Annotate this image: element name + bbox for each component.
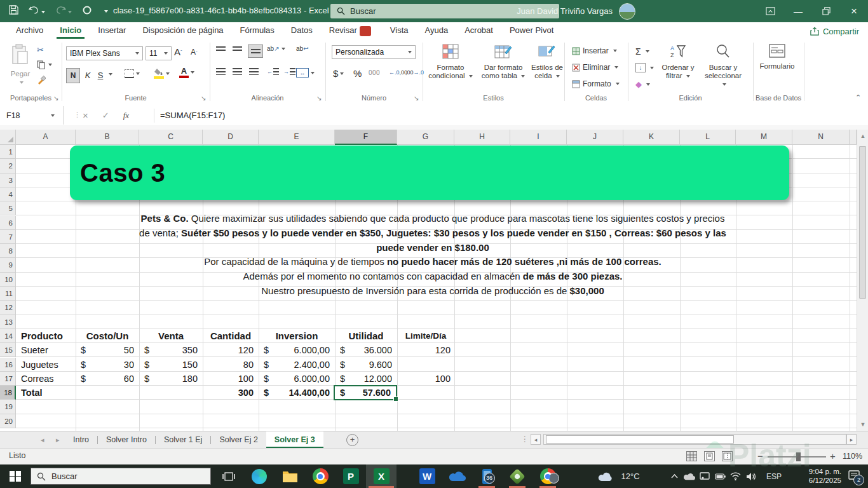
vertical-scrollbar-thumb[interactable] bbox=[859, 146, 866, 299]
cell-c16[interactable]: $150 bbox=[139, 358, 203, 372]
qat-customize-icon[interactable] bbox=[104, 10, 108, 13]
decrease-indent-button[interactable]: ← bbox=[267, 68, 279, 75]
column-header-g[interactable]: G bbox=[397, 130, 454, 145]
share-button[interactable]: Compartir bbox=[810, 24, 859, 38]
column-header-c[interactable]: C bbox=[139, 130, 203, 145]
orientation-button[interactable]: ab↗ bbox=[267, 45, 285, 52]
number-dialog-launcher[interactable]: ↘ bbox=[414, 95, 419, 102]
font-size-select[interactable]: 11 bbox=[146, 46, 172, 60]
copy-button[interactable] bbox=[37, 60, 52, 69]
cell-c15[interactable]: $350 bbox=[139, 343, 203, 357]
column-header-f[interactable]: F bbox=[335, 130, 397, 145]
sheet-tab-solver-intro[interactable]: Solver Intro bbox=[98, 431, 155, 448]
cell-e15[interactable]: $6.000,00 bbox=[259, 343, 335, 357]
wifi-icon[interactable] bbox=[728, 464, 742, 488]
borders-button[interactable] bbox=[125, 69, 140, 78]
underline-dropdown[interactable] bbox=[107, 73, 112, 76]
tab-vista[interactable]: Vista bbox=[382, 22, 417, 39]
sheet-tab-intro[interactable]: Intro bbox=[65, 431, 97, 448]
row-header-2[interactable]: 2 bbox=[0, 159, 16, 173]
column-header-i[interactable]: I bbox=[510, 130, 567, 145]
undo-icon[interactable] bbox=[29, 5, 45, 17]
cell-f15[interactable]: $36.000 bbox=[335, 343, 397, 357]
format-as-table-button[interactable]: Dar formato como tabla bbox=[477, 43, 530, 80]
insert-function-icon[interactable]: fx bbox=[123, 111, 129, 121]
column-header-j[interactable]: J bbox=[567, 130, 623, 145]
row-header-7[interactable]: 7 bbox=[0, 230, 16, 244]
your-phone-icon[interactable]: 36 bbox=[473, 464, 501, 488]
row-header-20[interactable]: 20 bbox=[0, 414, 16, 428]
cell-e17[interactable]: $6.000,00 bbox=[259, 372, 335, 386]
formula-bar-resize-dots[interactable]: ⋮ bbox=[74, 111, 81, 119]
select-all-corner[interactable] bbox=[0, 130, 16, 145]
row-header-17[interactable]: 17 bbox=[0, 372, 16, 386]
row-header-11[interactable]: 11 bbox=[0, 287, 16, 301]
cell-b16[interactable]: $30 bbox=[76, 358, 139, 372]
zoom-slider-thumb[interactable] bbox=[796, 452, 801, 461]
taskbar-search-box[interactable]: Buscar bbox=[31, 468, 211, 485]
zoom-level[interactable]: 110% bbox=[843, 452, 862, 461]
align-left-button[interactable] bbox=[216, 68, 226, 75]
task-view-button[interactable] bbox=[215, 464, 243, 488]
format-painter-button[interactable] bbox=[37, 76, 46, 85]
column-header-m[interactable]: M bbox=[736, 130, 792, 145]
alignment-dialog-launcher[interactable]: ↘ bbox=[316, 95, 322, 102]
increase-decimal-button[interactable]: ←.0,00 bbox=[389, 69, 407, 76]
row-header-13[interactable]: 13 bbox=[0, 315, 16, 329]
scroll-up-icon[interactable]: ▲ bbox=[857, 131, 868, 141]
word-icon[interactable]: W bbox=[413, 464, 441, 488]
collapse-ribbon-icon[interactable]: ⌃ bbox=[855, 93, 861, 102]
publisher-icon[interactable]: P bbox=[337, 464, 365, 488]
font-color-button[interactable]: A bbox=[179, 67, 194, 78]
cell-g17[interactable]: 100 bbox=[397, 372, 454, 386]
chrome-profile-icon[interactable] bbox=[534, 464, 562, 488]
fill-color-button[interactable] bbox=[154, 68, 170, 79]
obs-icon[interactable] bbox=[503, 464, 531, 488]
edge-icon[interactable] bbox=[245, 464, 273, 488]
cell-a16[interactable]: Juguetes bbox=[16, 358, 76, 372]
volume-icon[interactable] bbox=[743, 464, 759, 488]
clock[interactable]: 9:04 p. m. 6/12/2025 bbox=[790, 467, 841, 485]
align-bottom-button[interactable] bbox=[248, 44, 263, 58]
tab-acrobat[interactable]: Acrobat bbox=[456, 22, 501, 39]
enter-icon[interactable]: ✓ bbox=[102, 111, 109, 120]
cell-f16[interactable]: $9.600 bbox=[335, 358, 397, 372]
chrome-icon[interactable] bbox=[306, 464, 334, 488]
redo-icon[interactable] bbox=[55, 5, 72, 17]
save-icon[interactable] bbox=[9, 5, 18, 17]
cell-e16[interactable]: $2.400,00 bbox=[259, 358, 335, 372]
selected-cell-f18[interactable]: $57.600 bbox=[334, 385, 397, 400]
column-header-d[interactable]: D bbox=[203, 130, 259, 145]
tab-disposicion[interactable]: Disposición de página bbox=[134, 22, 231, 39]
cast-icon[interactable] bbox=[698, 464, 712, 488]
row-header-9[interactable]: 9 bbox=[0, 258, 16, 272]
align-center-button[interactable] bbox=[233, 68, 242, 75]
minimize-button[interactable]: — bbox=[784, 0, 812, 22]
cell-c17[interactable]: $180 bbox=[139, 372, 203, 386]
row-header-10[interactable]: 10 bbox=[0, 273, 16, 287]
header-limite[interactable]: Limite/Día bbox=[397, 329, 454, 343]
tab-datos[interactable]: Datos bbox=[283, 22, 321, 39]
tab-archivo[interactable]: Archivo bbox=[8, 22, 51, 39]
ribbon-display-options-icon[interactable] bbox=[756, 0, 784, 22]
fill-handle[interactable] bbox=[393, 396, 398, 402]
row-header-16[interactable]: 16 bbox=[0, 358, 16, 372]
accounting-format-button[interactable]: $ bbox=[333, 68, 344, 79]
percent-style-button[interactable]: % bbox=[353, 68, 362, 79]
tab-power-pivot[interactable]: Power Pivot bbox=[501, 22, 562, 39]
row-header-12[interactable]: 12 bbox=[0, 301, 16, 315]
cell-styles-button[interactable]: Estilos de celda bbox=[531, 43, 563, 80]
paste-button[interactable]: Pegar bbox=[5, 43, 36, 86]
cell-d16[interactable]: 80 bbox=[203, 358, 259, 372]
cell-b17[interactable]: $60 bbox=[76, 372, 139, 386]
row-header-14[interactable]: 14 bbox=[0, 329, 16, 343]
tab-insertar[interactable]: Insertar bbox=[90, 22, 134, 39]
number-format-select[interactable]: Personalizada bbox=[332, 45, 416, 59]
form-button[interactable]: Formulario bbox=[757, 43, 797, 71]
header-cantidad[interactable]: Cantidad bbox=[203, 329, 259, 343]
cell-g15[interactable]: 120 bbox=[397, 343, 454, 357]
decrease-decimal-button[interactable]: ,00→.0 bbox=[405, 69, 424, 76]
header-utilidad[interactable]: Utilidad bbox=[335, 329, 397, 343]
excel-taskbar-icon[interactable]: X bbox=[366, 464, 397, 488]
normal-view-icon[interactable] bbox=[686, 451, 697, 461]
